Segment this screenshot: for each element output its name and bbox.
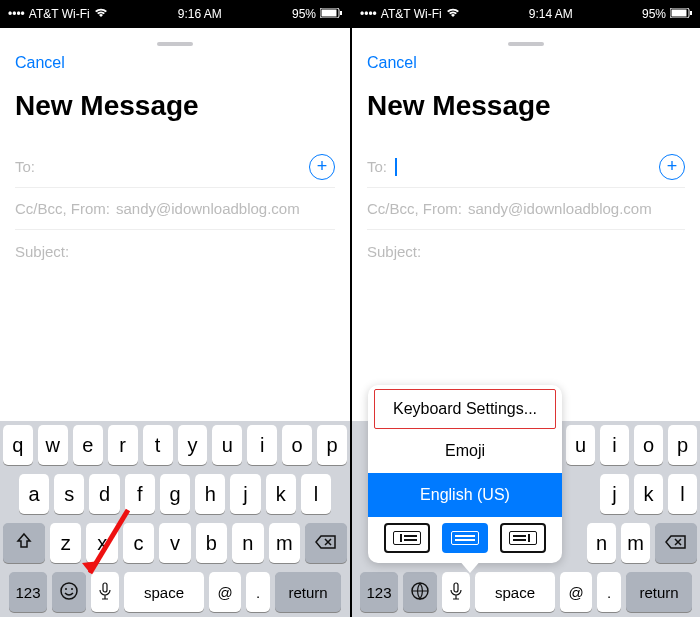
status-bar: •••• AT&T Wi-Fi 9:14 AM 95% — [352, 0, 700, 28]
key-c[interactable]: c — [123, 523, 154, 563]
popup-tail — [458, 559, 482, 573]
wifi-icon — [94, 7, 108, 21]
dot-key[interactable]: . — [246, 572, 270, 612]
key-y[interactable]: y — [178, 425, 208, 465]
key-p[interactable]: p — [668, 425, 697, 465]
shift-key[interactable] — [3, 523, 45, 563]
key-b[interactable]: b — [196, 523, 227, 563]
dictation-key[interactable] — [91, 572, 119, 612]
keyboard-settings-option[interactable]: Keyboard Settings... — [374, 389, 556, 429]
keyboard-row-1: q w e r t y u i o p — [3, 425, 347, 465]
numbers-key[interactable]: 123 — [9, 572, 47, 612]
text-cursor — [395, 158, 397, 176]
wifi-icon — [446, 7, 460, 21]
key-f[interactable]: f — [125, 474, 155, 514]
key-h[interactable]: h — [195, 474, 225, 514]
sheet-grabber[interactable] — [157, 42, 193, 46]
key-w[interactable]: w — [38, 425, 68, 465]
at-key[interactable]: @ — [560, 572, 592, 612]
key-z[interactable]: z — [50, 523, 81, 563]
sheet-grabber[interactable] — [508, 42, 544, 46]
svg-rect-6 — [103, 583, 107, 592]
plus-icon: + — [667, 156, 678, 177]
shift-icon — [15, 532, 33, 555]
keyboard-layout-right[interactable] — [500, 523, 546, 553]
key-u[interactable]: u — [566, 425, 595, 465]
key-j[interactable]: j — [600, 474, 629, 514]
key-k[interactable]: k — [634, 474, 663, 514]
space-key[interactable]: space — [124, 572, 204, 612]
return-key[interactable]: return — [626, 572, 692, 612]
key-o[interactable]: o — [634, 425, 663, 465]
clock: 9:14 AM — [529, 7, 573, 21]
svg-point-4 — [65, 588, 67, 590]
key-i[interactable]: i — [247, 425, 277, 465]
backspace-icon — [665, 532, 687, 555]
key-r[interactable]: r — [108, 425, 138, 465]
space-key[interactable]: space — [475, 572, 555, 612]
left-phone: •••• AT&T Wi-Fi 9:16 AM 95% Cancel New M… — [0, 0, 350, 617]
keyboard-settings-label: Keyboard Settings... — [393, 400, 537, 418]
emoji-option[interactable]: Emoji — [368, 429, 562, 473]
emoji-icon — [59, 581, 79, 604]
key-a[interactable]: a — [19, 474, 49, 514]
at-key[interactable]: @ — [209, 572, 241, 612]
key-v[interactable]: v — [159, 523, 190, 563]
ccbcc-label: Cc/Bcc, From: — [367, 200, 462, 217]
key-u[interactable]: u — [212, 425, 242, 465]
backspace-key[interactable] — [655, 523, 697, 563]
add-recipient-button[interactable]: + — [309, 154, 335, 180]
status-bar: •••• AT&T Wi-Fi 9:16 AM 95% — [0, 0, 350, 28]
key-p[interactable]: p — [317, 425, 347, 465]
plus-icon: + — [317, 156, 328, 177]
to-row[interactable]: To: + — [15, 146, 335, 188]
battery-icon — [320, 7, 342, 21]
battery-percent: 95% — [292, 7, 316, 21]
english-option[interactable]: English (US) — [368, 473, 562, 517]
ccbcc-row[interactable]: Cc/Bcc, From: sandy@idownloadblog.com — [367, 188, 685, 230]
key-s[interactable]: s — [54, 474, 84, 514]
subject-row[interactable]: Subject: — [367, 230, 685, 272]
key-n[interactable]: n — [232, 523, 263, 563]
keyboard-switcher-popup: Keyboard Settings... Emoji English (US) — [368, 385, 562, 563]
english-option-label: English (US) — [420, 486, 510, 504]
key-j[interactable]: j — [230, 474, 260, 514]
key-q[interactable]: q — [3, 425, 33, 465]
key-t[interactable]: t — [143, 425, 173, 465]
dictation-key[interactable] — [442, 572, 470, 612]
key-l[interactable]: l — [301, 474, 331, 514]
keyboard-row-3: z x c v b n m — [3, 523, 347, 563]
keyboard-layout-full[interactable] — [442, 523, 488, 553]
globe-key[interactable] — [403, 572, 437, 612]
key-x[interactable]: x — [86, 523, 117, 563]
key-m[interactable]: m — [269, 523, 300, 563]
key-m[interactable]: m — [621, 523, 650, 563]
ccbcc-row[interactable]: Cc/Bcc, From: sandy@idownloadblog.com — [15, 188, 335, 230]
to-row[interactable]: To: + — [367, 146, 685, 188]
key-e[interactable]: e — [73, 425, 103, 465]
page-title: New Message — [367, 90, 685, 122]
from-email: sandy@idownloadblog.com — [468, 200, 652, 217]
subject-row[interactable]: Subject: — [15, 230, 335, 272]
numbers-key[interactable]: 123 — [360, 572, 398, 612]
key-d[interactable]: d — [89, 474, 119, 514]
to-label: To: — [367, 158, 387, 175]
keyboard-layout-left[interactable] — [384, 523, 430, 553]
key-l[interactable]: l — [668, 474, 697, 514]
cancel-button[interactable]: Cancel — [367, 54, 417, 72]
key-k[interactable]: k — [266, 474, 296, 514]
signal-icon: •••• — [360, 7, 377, 21]
add-recipient-button[interactable]: + — [659, 154, 685, 180]
to-label: To: — [15, 158, 35, 175]
key-g[interactable]: g — [160, 474, 190, 514]
backspace-key[interactable] — [305, 523, 347, 563]
key-o[interactable]: o — [282, 425, 312, 465]
key-i[interactable]: i — [600, 425, 629, 465]
svg-point-3 — [61, 583, 77, 599]
key-n[interactable]: n — [587, 523, 616, 563]
emoji-key[interactable] — [52, 572, 86, 612]
dot-key[interactable]: . — [597, 572, 621, 612]
cancel-button[interactable]: Cancel — [15, 54, 65, 72]
return-key[interactable]: return — [275, 572, 341, 612]
from-email: sandy@idownloadblog.com — [116, 200, 300, 217]
